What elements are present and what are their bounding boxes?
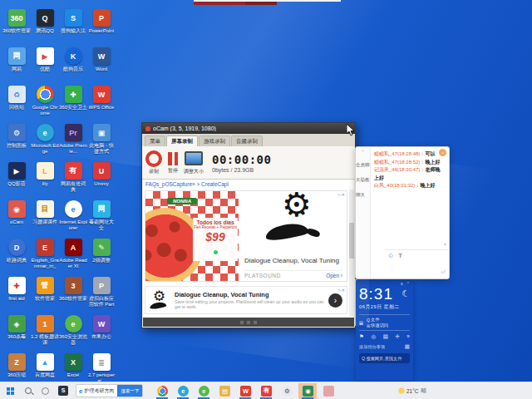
ad-choices-close-icon[interactable]: ▷✕ (338, 288, 345, 293)
pause-button[interactable]: 暂停 (168, 150, 178, 175)
desktop-icon[interactable]: W WPS Office (87, 86, 116, 124)
truncated-quick-icon[interactable]: ▤ (359, 320, 363, 325)
weather-moon-icon[interactable]: ☾ (401, 288, 410, 299)
desktop-icon[interactable]: ✚ first aid (2, 277, 31, 315)
banner-next-button[interactable]: › (328, 293, 342, 308)
taskbar-search-box[interactable]: e 护理考研方向 搜索一下 (76, 384, 143, 397)
desktop-icon[interactable]: 管 软件管家 (31, 277, 59, 315)
start-button[interactable] (7, 387, 14, 395)
desktop-icon[interactable]: 网 网易 (2, 47, 31, 86)
taskbar-search-button[interactable]: 搜索一下 (117, 385, 142, 397)
chevron-up-icon[interactable]: ⌃ (361, 149, 365, 155)
desktop-icon[interactable]: 360 360软件管家 (2, 9, 31, 47)
taskbar-app[interactable]: 有 (257, 383, 275, 399)
widget-quick-item[interactable]: Q 文件 (367, 317, 388, 323)
desktop-icon-label: 360软件管家 (59, 296, 87, 302)
widget-collapse-icon[interactable]: ⌃ (406, 281, 410, 286)
sogou-taskbar-icon[interactable]: S (58, 386, 68, 396)
desktop-icon[interactable]: ✚ 360安全卫士 (59, 86, 87, 124)
desktop-icon[interactable]: ✎ 2级调整 (87, 239, 116, 277)
taskbar-app[interactable] (319, 383, 337, 399)
widget-action-icon[interactable]: ▤ (383, 333, 388, 340)
taskbar-app[interactable]: e (174, 383, 192, 399)
chat-minimize-button[interactable]: ⌄ (439, 149, 446, 156)
taskbar-app-icon: 有 (261, 386, 272, 397)
widget-action-icon[interactable]: ✛ (395, 333, 399, 340)
taskbar-app[interactable]: W (236, 383, 254, 399)
desktop-icon[interactable]: W 布果办公 (87, 315, 116, 353)
desktop-icon[interactable]: ▶ 优酷 (31, 47, 59, 86)
calendar-icon[interactable]: ▦ (405, 343, 410, 350)
scrollbar-thumb[interactable] (349, 223, 354, 259)
taskbar-weather[interactable]: 21°C 晴 (399, 387, 426, 395)
platsound-banner-ad[interactable]: ⚙ Dialogue Cleanup, Vocal Tuning Save ti… (145, 286, 347, 314)
desktop-icon[interactable]: A Adobe Reader XI (59, 239, 87, 277)
ocam-tab[interactable]: 菜单 (145, 135, 165, 146)
taskbar-app[interactable]: ▤ (215, 383, 234, 399)
taskbar-app[interactable]: ◉ (298, 383, 317, 399)
quick-item-label: 快速访问 (371, 323, 388, 328)
emoji-icon[interactable]: ☺ (387, 252, 394, 259)
ad-choices-close-icon[interactable]: ▷✕ (230, 192, 237, 197)
app-icon: 3 (65, 277, 82, 294)
desktop-icon[interactable]: P 虚拟白板应用软件 Partu... (87, 277, 116, 315)
taskbar-search-icon[interactable] (25, 387, 32, 394)
desktop-icon[interactable]: E English_Grammar_in_U... (31, 239, 59, 277)
ocam-tab[interactable]: 屏幕录制 (166, 135, 198, 146)
desktop-icon[interactable]: 1 1.2 横板题讲课 (31, 315, 59, 353)
desktop-icon[interactable]: 网 毒霸网址大全 (87, 200, 116, 239)
preview-breadcrumb-link[interactable]: FAQs_pOSCapture» > CreateCapl (143, 180, 354, 189)
ad-choices-close-icon[interactable]: ▷✕ (338, 192, 345, 197)
widget-quick-item[interactable]: ⊞ 快速访问 (367, 323, 388, 328)
close-icon[interactable]: ✕ (343, 126, 352, 132)
resize-button[interactable]: 调整大小 (184, 150, 204, 175)
desktop-icon[interactable]: Q 腾讯QQ (31, 9, 59, 47)
widget-menu-icon[interactable]: ≡ (401, 281, 403, 286)
desktop-icon[interactable]: W Word (87, 47, 116, 86)
record-button[interactable]: 录制 (145, 150, 162, 175)
desktop-icon[interactable]: e Internet Explorer (59, 200, 87, 239)
desktop-icon[interactable]: Pr Adobe Premie... (59, 124, 87, 162)
ocam-tab[interactable]: 音频录制 (231, 135, 263, 146)
ad-open-link[interactable]: Open › (326, 273, 342, 278)
widget-action-icon[interactable]: ◎ (371, 333, 376, 340)
widget-search-input[interactable]: Q 搜索网页,查找文件 (359, 353, 410, 363)
preview-scrollbar[interactable] (349, 190, 354, 317)
desktop-icon[interactable]: ▣ 此电脑 - 快捷方式 (87, 124, 116, 162)
font-icon[interactable]: T (398, 252, 402, 259)
widget-action-icon[interactable]: ⚑ (359, 333, 364, 340)
cortana-icon[interactable] (42, 387, 49, 395)
desktop-icon[interactable]: L lily (31, 162, 59, 200)
widget-todo-row[interactable]: 添加待办事项 ▦ (359, 343, 410, 350)
desktop-icon[interactable]: 有 网易有道词典 (59, 162, 87, 200)
desktop-icon[interactable]: ♻ 回收站 (2, 86, 31, 124)
desktop-icon[interactable]: ◈ 360杀毒 (2, 315, 31, 353)
pizza-ad[interactable]: NONNA Todos los días Flex Recetas + Pepp… (145, 191, 239, 281)
desktop-icon[interactable]: e 360安全浏览器 (59, 315, 87, 353)
desktop: 360 360软件管家 Q 腾讯QQ S 搜狗输入法 P PowerPoint … (0, 0, 532, 399)
desktop-icon[interactable]: P PowerPoint (87, 9, 116, 47)
chat-text-input[interactable] (387, 260, 438, 275)
desktop-icon[interactable]: D 欧路词典 (2, 239, 31, 277)
desktop-icon-label: English_Grammar_in_U... (31, 258, 59, 270)
desktop-icon[interactable]: 目 习题课课件 (31, 200, 59, 239)
desktop-icon[interactable]: Google Chrome (31, 86, 59, 124)
desktop-icon[interactable]: 3 360软件管家 (59, 277, 87, 315)
platsound-ad[interactable]: ⚙ Dialogue Cleanup, Vocal Tuning PLATSOU… (239, 191, 347, 281)
desktop-icon-label: 布果办公 (91, 334, 111, 340)
desktop-icon[interactable]: ⚙ 控制面板 (2, 124, 31, 162)
taskbar-app[interactable]: e (195, 383, 213, 399)
widget-action-icon[interactable]: » (406, 333, 410, 340)
ocam-titlebar[interactable]: oCam (3, 5, 1919, 1080) ✕ (142, 123, 355, 134)
taskbar-app[interactable]: ⚙ (278, 383, 296, 399)
desktop-icon[interactable]: ▶ QQ影音 (2, 162, 31, 200)
gear-hand-icon-small: ⚙ (150, 289, 170, 311)
taskbar-app[interactable] (153, 383, 171, 399)
desktop-icon[interactable]: K 酷狗音乐 (59, 47, 87, 86)
scroll-down-icon[interactable]: ▼ (443, 242, 447, 247)
desktop-icon[interactable]: S 搜狗输入法 (59, 9, 87, 47)
desktop-icon[interactable]: U Ummy (87, 162, 116, 200)
desktop-icon[interactable]: ◉ oCam (2, 200, 31, 239)
ocam-tab[interactable]: 游戏录制 (199, 135, 230, 146)
desktop-icon[interactable]: e Microsoft Edge (31, 124, 59, 162)
